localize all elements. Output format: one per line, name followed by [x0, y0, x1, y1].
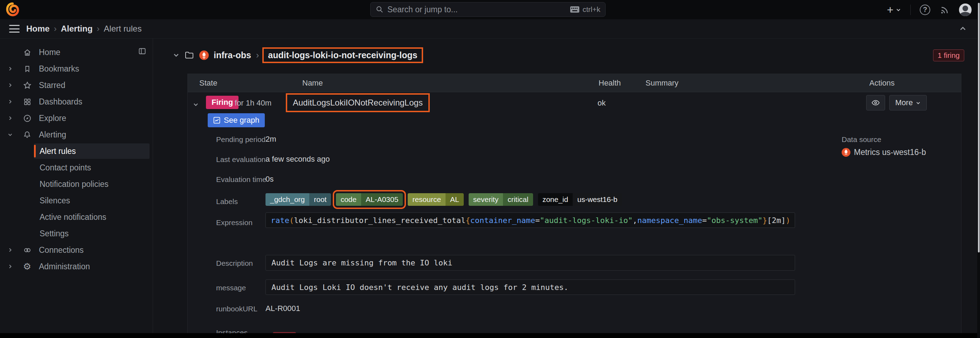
sidebar-item-contact-points[interactable]: Contact points — [34, 160, 150, 175]
bottom-letterbox-bar — [0, 333, 980, 338]
chevron-right-icon[interactable] — [7, 99, 13, 105]
rule-collapse-chevron-icon[interactable] — [192, 101, 199, 108]
col-health: Health — [598, 78, 621, 88]
rule-firing-duration: for 1h 40m — [235, 99, 272, 108]
rule-health: ok — [598, 99, 606, 108]
chevron-right-icon[interactable] — [7, 115, 13, 121]
chevron-down-icon[interactable] — [7, 132, 13, 137]
prometheus-icon — [842, 148, 850, 157]
label-badge-gdch-org[interactable]: _gdch_orgroot — [266, 193, 331, 206]
gear-icon: ⚙ — [22, 262, 32, 271]
data-source-label: Data source — [842, 136, 881, 144]
user-avatar[interactable] — [959, 3, 972, 16]
view-rule-button[interactable] — [866, 95, 885, 110]
global-search[interactable]: ctrl+k — [370, 2, 606, 17]
labels-row: _gdch_orgroot codeAL-A0305 resourceAL se… — [266, 193, 622, 206]
evaluation-time-label: Evaluation time — [216, 175, 267, 184]
menu-toggle-icon[interactable] — [9, 25, 20, 33]
group-collapse-chevron-icon[interactable] — [173, 51, 180, 59]
col-name: Name — [302, 78, 323, 88]
sidebar-item-active-notifications[interactable]: Active notifications — [34, 209, 150, 225]
labels-label: Labels — [216, 198, 238, 206]
news-icon[interactable] — [939, 5, 950, 15]
chevron-down-icon — [896, 7, 901, 13]
chevron-right-icon[interactable] — [7, 82, 13, 88]
sidebar-item-alerting[interactable]: Alerting — [0, 127, 153, 142]
group-name-annotated[interactable]: audit-logs-loki-io-not-receiving-logs — [264, 49, 422, 62]
expression-label: Expression — [216, 218, 253, 227]
chevron-right-icon[interactable] — [7, 66, 13, 72]
data-source-value[interactable]: Metrics us-west16-b — [842, 148, 926, 157]
folder-name[interactable]: infra-obs — [214, 50, 251, 60]
scrollbar-thumb[interactable] — [978, 3, 980, 252]
sidebar-item-settings[interactable]: Settings — [34, 226, 150, 241]
chevron-right-icon[interactable] — [7, 264, 13, 269]
description-box: Audit Logs are missing from the IO loki — [266, 255, 795, 271]
rules-table-header: State Name Health Summary Actions — [188, 74, 961, 92]
breadcrumb-home[interactable]: Home — [26, 24, 50, 33]
message-box: Audit Logs Loki IO doesn't receive any a… — [266, 279, 795, 295]
sidebar-item-administration[interactable]: ⚙ Administration — [0, 259, 153, 274]
label-badge-severity[interactable]: severitycritical — [469, 193, 533, 206]
see-graph-button[interactable]: See graph — [208, 113, 265, 127]
search-icon — [375, 5, 384, 14]
group-separator: › — [256, 50, 259, 60]
star-icon — [22, 81, 32, 90]
rule-name-annotated[interactable]: AuditLogsLokiIONotReceivingLogs — [287, 95, 428, 111]
sidebar-item-notification-policies[interactable]: Notification policies — [34, 176, 150, 192]
breadcrumb-separator: › — [54, 24, 57, 33]
search-shortcut: ctrl+k — [570, 5, 600, 14]
scrollbar-track[interactable] — [977, 0, 980, 338]
search-input[interactable] — [387, 5, 566, 14]
rule-group-header: infra-obs › audit-logs-loki-io-not-recei… — [173, 46, 422, 64]
breadcrumb-bar: Home › Alerting › Alert rules — [0, 19, 980, 38]
eye-icon — [871, 98, 880, 107]
add-new-button[interactable]: + — [887, 4, 901, 16]
home-icon — [22, 48, 32, 57]
sidebar-item-alert-rules[interactable]: Alert rules — [34, 143, 150, 159]
chevron-down-icon — [916, 100, 921, 105]
label-badge-zone-id[interactable]: zone_idus-west16-b — [538, 193, 622, 206]
runbook-url-value: AL-R0001 — [266, 304, 300, 313]
grafana-alert-rules-screen: ctrl+k + ? Home › Alerting › Aler — [0, 0, 980, 338]
sidebar-item-dashboards[interactable]: Dashboards — [0, 94, 153, 109]
message-label: message — [216, 284, 246, 292]
rule-state-badge: Firing — [206, 96, 239, 109]
last-evaluation-label: Last evaluation — [216, 155, 266, 164]
nav-divider — [910, 5, 911, 15]
sidebar-item-silences[interactable]: Silences — [34, 193, 150, 208]
sidebar-item-connections[interactable]: Connections — [0, 242, 153, 258]
last-evaluation-value: a few seconds ago — [266, 155, 329, 164]
connections-link-icon — [22, 246, 32, 255]
folder-icon — [185, 51, 194, 59]
col-actions: Actions — [869, 78, 894, 88]
sidebar-item-bookmarks[interactable]: Bookmarks — [0, 61, 153, 77]
runbook-url-label: runbookURL — [216, 305, 258, 313]
sidebar-item-home[interactable]: Home — [0, 45, 153, 60]
expression-value: rate(loki_distributor_lines_received_tot… — [266, 212, 795, 228]
alert-rule-card: State Name Health Summary Actions Firing… — [188, 73, 961, 338]
grafana-logo-icon[interactable] — [6, 2, 20, 16]
dashboards-grid-icon — [22, 97, 32, 107]
help-icon[interactable]: ? — [920, 5, 930, 15]
label-badge-resource[interactable]: resourceAL — [408, 193, 463, 206]
keyboard-icon — [570, 6, 580, 13]
breadcrumb-alerting[interactable]: Alerting — [61, 24, 93, 33]
bookmark-icon — [22, 64, 32, 73]
sidebar-nav: Home Bookmarks Starred Dashboards — [0, 38, 153, 338]
col-summary: Summary — [646, 78, 678, 88]
description-label: Description — [216, 259, 253, 268]
compass-icon — [22, 113, 32, 123]
sidebar-item-starred[interactable]: Starred — [0, 78, 153, 93]
breadcrumb: Home › Alerting › Alert rules — [26, 19, 142, 38]
more-actions-button[interactable]: More — [889, 95, 927, 110]
top-nav-right: + ? — [887, 0, 972, 19]
label-badge-code-annotated[interactable]: codeAL-A0305 — [336, 193, 403, 206]
collapse-up-icon[interactable] — [958, 24, 967, 33]
chevron-right-icon[interactable] — [7, 247, 13, 253]
pending-period-value: 2m — [266, 135, 276, 144]
chart-icon — [213, 116, 221, 124]
sidebar-item-explore[interactable]: Explore — [0, 110, 153, 126]
breadcrumb-separator: › — [97, 24, 99, 33]
top-nav: ctrl+k + ? — [0, 0, 980, 19]
